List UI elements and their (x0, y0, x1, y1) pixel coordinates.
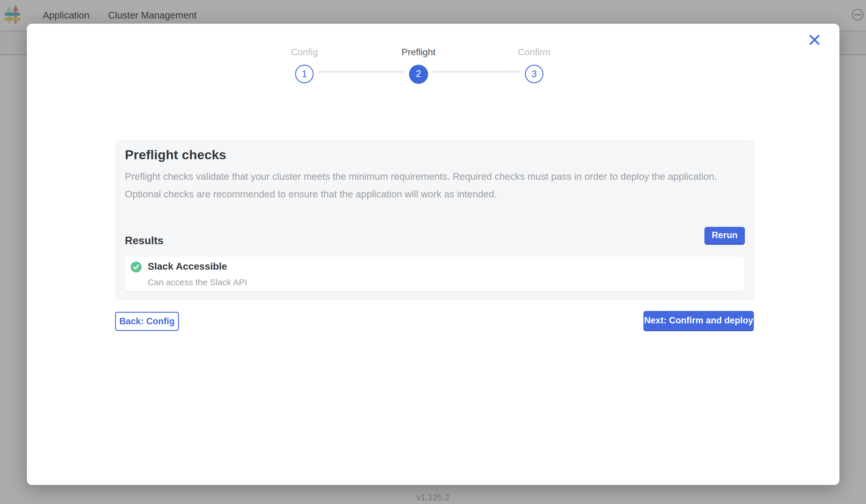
step-number-badge: 1 (295, 65, 314, 83)
rerun-button[interactable]: Rerun (704, 227, 745, 245)
close-button[interactable] (809, 34, 820, 46)
results-heading: Results (125, 235, 164, 247)
step-label: Preflight (381, 47, 456, 57)
step-label: Confirm (497, 47, 572, 57)
check-circle-icon (131, 261, 142, 272)
next-confirm-deploy-button[interactable]: Next: Confirm and deploy (643, 311, 754, 331)
step-number-badge: 2 (409, 65, 428, 84)
preflight-panel: Preflight checks Preflight checks valida… (115, 140, 754, 300)
stepper-step-config: Config 1 (267, 47, 342, 83)
close-x-icon (809, 42, 820, 46)
preflight-check-row: Slack Accessible Can access the Slack AP… (125, 257, 745, 291)
back-config-button[interactable]: Back: Config (115, 312, 179, 331)
step-number-badge: 3 (525, 65, 543, 83)
stepper-step-preflight: Preflight 2 (381, 47, 456, 84)
stepper-step-confirm: Confirm 3 (497, 47, 572, 83)
preflight-modal: Config 1 Preflight 2 Confirm 3 Preflight… (27, 24, 840, 485)
check-description: Can access the Slack API (148, 278, 247, 287)
step-label: Config (267, 47, 342, 57)
check-title: Slack Accessible (148, 261, 227, 272)
panel-title: Preflight checks (125, 147, 226, 163)
panel-description: Preflight checks validate that your clus… (125, 168, 748, 203)
